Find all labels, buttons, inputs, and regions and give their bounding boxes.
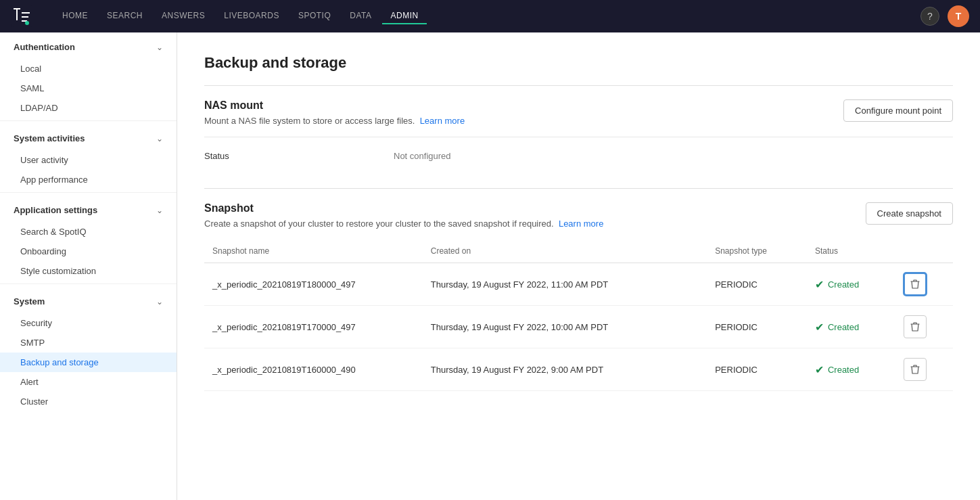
sidebar-item-cluster[interactable]: Cluster [0,392,177,411]
nas-status-value: Not configured [394,151,451,161]
sidebar-section-appsettings-title: Application settings [14,205,97,215]
help-button[interactable]: ? [920,7,939,26]
snapshot-table: Snapshot name Created on Snapshot type S… [204,240,953,391]
sidebar-item-style-customization[interactable]: Style customization [0,261,177,281]
snapshot-title: Snapshot [204,202,603,214]
sidebar-section-system-title: System [14,296,45,306]
nav-search[interactable]: SEARCH [99,8,151,24]
status-text: Created [828,279,859,290]
topnav-right: ? T [920,5,969,27]
main-layout: Authentication ⌄ Local SAML LDAP/AD Syst… [0,32,980,500]
snapshot-action-cell [895,306,953,348]
status-text: Created [828,322,859,332]
snapshot-header-row: Snapshot Create a snapshot of your clust… [204,202,953,229]
nav-answers[interactable]: ANSWERS [154,8,213,24]
snapshot-status-cell: ✔ Created [807,306,895,348]
nas-header-left: NAS mount Mount a NAS file system to sto… [204,99,465,126]
sidebar-item-backup-storage[interactable]: Backup and storage [0,353,177,372]
snapshot-action-cell [895,263,953,306]
sidebar-section-appsettings-header[interactable]: Application settings ⌄ [0,196,177,222]
col-header-name: Snapshot name [204,240,423,263]
sidebar-item-local[interactable]: Local [0,59,177,78]
col-header-action [895,240,953,263]
snapshot-name-cell: _x_periodic_20210819T170000_497 [204,306,423,348]
table-row: _x_periodic_20210819T170000_497 Thursday… [204,306,953,348]
sidebar-item-app-performance[interactable]: App performance [0,170,177,189]
svg-rect-3 [22,12,30,14]
chevron-down-icon: ⌄ [156,134,163,143]
nas-title: NAS mount [204,99,465,112]
sidebar-section-system-header[interactable]: System ⌄ [0,287,177,313]
snapshot-type-cell: PERIODIC [707,306,807,348]
sidebar-item-alert[interactable]: Alert [0,372,177,392]
divider-2 [204,188,953,189]
divider-1 [204,85,953,86]
delete-snapshot-button[interactable] [904,315,927,338]
delete-snapshot-button[interactable] [904,273,927,296]
svg-point-6 [25,21,29,25]
check-circle-icon: ✔ [815,321,824,334]
nas-status-label: Status [204,151,394,161]
sidebar-section-auth-title: Authentication [14,42,75,52]
table-row: _x_periodic_20210819T180000_497 Thursday… [204,263,953,306]
sidebar-item-ldap[interactable]: LDAP/AD [0,98,177,118]
nav-links: HOME SEARCH ANSWERS LIVEBOARDS SPOTIQ DA… [54,8,904,24]
sidebar-item-user-activity[interactable]: User activity [0,150,177,170]
nas-mount-section: NAS mount Mount a NAS file system to sto… [204,99,953,175]
snapshot-type-cell: PERIODIC [707,348,807,391]
nav-spotiq[interactable]: SPOTIQ [290,8,339,24]
nas-description: Mount a NAS file system to store or acce… [204,116,465,126]
sidebar-section-app-settings: Application settings ⌄ Search & SpotIQ O… [0,196,177,281]
sidebar-item-smtp[interactable]: SMTP [0,333,177,353]
snapshot-status-cell: ✔ Created [807,348,895,391]
snapshot-status-cell: ✔ Created [807,263,895,306]
sidebar-item-saml[interactable]: SAML [0,78,177,98]
user-avatar[interactable]: T [948,5,969,27]
logo[interactable] [11,5,32,27]
snapshot-name-cell: _x_periodic_20210819T180000_497 [204,263,423,306]
col-header-status: Status [807,240,895,263]
sidebar-section-sysact-header[interactable]: System activities ⌄ [0,124,177,150]
sidebar-item-search-spotiq[interactable]: Search & SpotIQ [0,222,177,242]
sidebar-section-sysact-title: System activities [14,133,85,143]
delete-snapshot-button[interactable] [904,358,927,381]
sidebar: Authentication ⌄ Local SAML LDAP/AD Syst… [0,32,177,500]
sidebar-section-auth-header[interactable]: Authentication ⌄ [0,32,177,59]
snapshot-learn-more-link[interactable]: Learn more [559,219,603,229]
page-title: Backup and storage [204,54,953,72]
main-content: Backup and storage NAS mount Mount a NAS… [177,32,980,500]
snapshot-description: Create a snapshot of your cluster to res… [204,219,603,229]
svg-rect-2 [16,8,18,20]
nav-data[interactable]: DATA [342,8,379,24]
nas-header-row: NAS mount Mount a NAS file system to sto… [204,99,953,126]
svg-rect-4 [22,16,28,18]
snapshot-created-cell: Thursday, 19 August FY 2022, 11:00 AM PD… [423,263,707,306]
nav-admin[interactable]: ADMIN [382,8,426,24]
snapshot-created-cell: Thursday, 19 August FY 2022, 10:00 AM PD… [423,306,707,348]
configure-mount-point-button[interactable]: Configure mount point [843,99,953,122]
sidebar-item-onboarding[interactable]: Onboarding [0,242,177,261]
check-circle-icon: ✔ [815,363,824,376]
nav-home[interactable]: HOME [54,8,96,24]
check-circle-icon: ✔ [815,278,824,291]
sidebar-section-authentication: Authentication ⌄ Local SAML LDAP/AD [0,32,177,118]
col-header-created: Created on [423,240,707,263]
chevron-down-icon: ⌄ [156,297,163,306]
snapshot-created-cell: Thursday, 19 August FY 2022, 9:00 AM PDT [423,348,707,391]
snapshot-header-left: Snapshot Create a snapshot of your clust… [204,202,603,229]
create-snapshot-button[interactable]: Create snapshot [866,202,953,225]
nas-learn-more-link[interactable]: Learn more [420,116,465,126]
sidebar-section-system: System ⌄ Security SMTP Backup and storag… [0,287,177,411]
chevron-down-icon: ⌄ [156,43,163,52]
status-text: Created [828,365,859,375]
sidebar-section-system-activities: System activities ⌄ User activity App pe… [0,124,177,189]
nas-status-row: Status Not configured [204,137,953,175]
top-navigation: HOME SEARCH ANSWERS LIVEBOARDS SPOTIQ DA… [0,0,980,32]
snapshot-action-cell [895,348,953,391]
snapshot-type-cell: PERIODIC [707,263,807,306]
nav-liveboards[interactable]: LIVEBOARDS [216,8,287,24]
snapshot-section: Snapshot Create a snapshot of your clust… [204,202,953,391]
table-row: _x_periodic_20210819T160000_490 Thursday… [204,348,953,391]
sidebar-item-security[interactable]: Security [0,313,177,333]
chevron-down-icon: ⌄ [156,206,163,215]
